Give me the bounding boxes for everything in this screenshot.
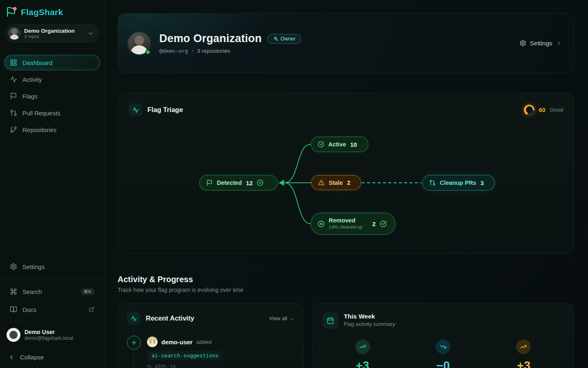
org-selector-meta: 3 repos — [24, 34, 84, 39]
stat-net-change: +3 — [483, 339, 564, 368]
check-circle-icon — [257, 180, 263, 186]
sidebar-item-label: Dashboard — [22, 59, 52, 66]
section-subtitle: Track how your flag program is evolving … — [118, 287, 574, 293]
org-avatar-large — [128, 32, 150, 54]
node-label: Detected — [217, 180, 242, 186]
divider — [0, 279, 104, 279]
repo-count: 3 repositories — [197, 48, 230, 54]
user-email: demo@flagshark.local — [24, 335, 73, 341]
main-content: Demo Organization Owner @demo-org • 3 re… — [105, 0, 588, 368]
node-count: 2 — [347, 179, 350, 186]
sidebar-item-label: Repositories — [22, 126, 56, 133]
chevron-down-icon — [87, 30, 94, 37]
flag-icon — [206, 180, 213, 186]
score-ring — [524, 105, 535, 115]
org-selector[interactable]: Demo Organization 3 repos — [5, 25, 99, 43]
git-pull-request-icon — [429, 180, 436, 186]
command-icon — [10, 288, 17, 295]
settings-link-label: Settings — [530, 40, 552, 47]
node-label: Stale — [329, 180, 343, 186]
activity-progress-section: Activity & Progress Track how your flag … — [118, 275, 574, 293]
recent-activity-title: Recent Activity — [146, 314, 194, 322]
chevron-right-icon — [556, 40, 562, 47]
sidebar-spacer — [0, 139, 104, 258]
sidebar-item-repositories[interactable]: Repositories — [4, 122, 100, 137]
chevron-left-icon — [8, 354, 15, 361]
activity-meta: #325 · 1d — [155, 364, 176, 368]
org-handle: @demo-org — [159, 48, 188, 54]
gear-icon — [10, 263, 17, 270]
divider — [0, 322, 104, 322]
trending-up-icon — [516, 339, 531, 354]
check-circle-icon — [318, 141, 324, 148]
org-selector-name: Demo Organization — [24, 28, 84, 34]
node-count: 12 — [246, 180, 253, 186]
sidebar-item-dashboard[interactable]: Dashboard — [4, 55, 100, 70]
flag-name-chip[interactable]: ai-search-suggestions — [147, 351, 223, 360]
trending-down-icon — [436, 339, 450, 354]
stat-value: +3 — [356, 359, 369, 368]
node-count: 2 — [372, 220, 375, 227]
sidebar: FlagShark Demo Organization 3 repos Dash… — [0, 0, 105, 368]
owner-badge: Owner — [267, 34, 301, 44]
user-menu[interactable]: Demo User demo@flagshark.local — [0, 324, 104, 346]
page-title: Demo Organization — [159, 32, 262, 45]
node-count: 3 — [480, 180, 483, 186]
owner-badge-label: Owner — [281, 36, 296, 42]
actor-name: demo-user — [161, 339, 193, 346]
sidebar-item-settings[interactable]: Settings — [4, 259, 100, 274]
activity-pulse-icon — [127, 312, 140, 325]
activity-item[interactable]: demo-user added ai-search-suggestions #3… — [127, 336, 294, 368]
external-link-icon — [89, 307, 94, 312]
calendar-icon — [322, 312, 339, 329]
org-header-card: Demo Organization Owner @demo-org • 3 re… — [118, 13, 574, 73]
triage-title: Flag Triage — [147, 106, 183, 114]
node-label: Cleanup PRs — [440, 180, 476, 186]
stat-flags-added: +3 — [322, 339, 403, 368]
triage-flow-diagram: Detected 12 Active 10 Stale 2 — [129, 118, 563, 241]
sidebar-item-activity[interactable]: Activity — [4, 72, 100, 87]
sidebar-item-label: Pull Requests — [22, 110, 60, 117]
stat-value: −0 — [436, 359, 450, 368]
node-label: Removed — [329, 217, 362, 224]
node-active[interactable]: Active 10 — [311, 137, 368, 152]
trending-up-icon — [355, 339, 370, 354]
alert-triangle-icon — [318, 180, 325, 186]
org-avatar — [8, 27, 20, 40]
sidebar-search-label: Search — [22, 288, 42, 295]
org-settings-link[interactable]: Settings — [519, 40, 562, 47]
dashboard-grid-icon — [10, 59, 17, 66]
collapse-sidebar-button[interactable]: Collapse — [0, 348, 104, 368]
section-title: Activity & Progress — [118, 275, 574, 284]
score-value: 60 — [539, 106, 546, 113]
sidebar-item-search[interactable]: Search ⌘K — [4, 284, 100, 299]
node-removed[interactable]: Removed 14% cleaned up 2 — [311, 213, 395, 235]
sidebar-item-pull-requests[interactable]: Pull Requests — [4, 105, 100, 121]
recent-activity-card: Recent Activity View all → demo-user add… — [118, 303, 303, 368]
flag-icon — [10, 92, 17, 100]
this-week-subtitle: Flag activity summary — [344, 321, 395, 327]
user-name: Demo User — [24, 329, 73, 336]
meta-separator: • — [192, 48, 193, 54]
gear-icon — [519, 40, 526, 47]
health-score: 60 Good — [524, 105, 563, 115]
online-status-dot — [145, 49, 151, 55]
git-branch-icon — [10, 126, 17, 133]
sidebar-docs-label: Docs — [22, 306, 36, 313]
sidebar-settings-label: Settings — [22, 263, 45, 270]
view-all-link[interactable]: View all → — [269, 315, 294, 321]
node-detected[interactable]: Detected 12 — [199, 175, 278, 191]
sidebar-nav: Dashboard Activity Flags Pull Requests R… — [0, 49, 104, 139]
sidebar-item-docs[interactable]: Docs — [4, 302, 100, 317]
node-count: 10 — [350, 141, 357, 148]
stat-value: +3 — [517, 359, 530, 368]
sidebar-item-flags[interactable]: Flags — [4, 88, 100, 104]
activity-pulse-icon — [10, 76, 17, 83]
this-week-card: This Week Flag activity summary +3 −0 — [312, 303, 574, 368]
git-pull-request-icon — [147, 364, 152, 368]
sidebar-item-label: Flags — [22, 93, 38, 100]
sidebar-item-label: Activity — [22, 76, 42, 83]
node-stale[interactable]: Stale 2 — [311, 175, 361, 190]
app-name: FlagShark — [21, 7, 63, 17]
node-cleanup-prs[interactable]: Cleanup PRs 3 — [422, 175, 495, 191]
